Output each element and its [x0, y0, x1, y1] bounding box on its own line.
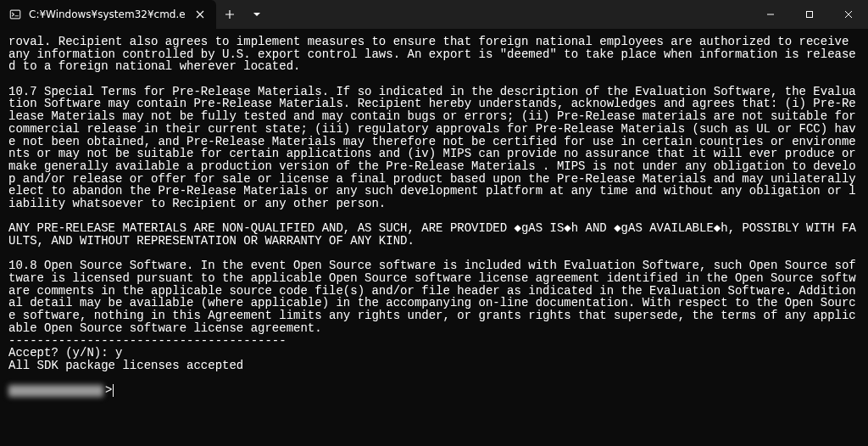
title-bar: C:¥Windows¥system32¥cmd.e [0, 0, 868, 29]
maximize-button[interactable] [790, 0, 829, 29]
close-button[interactable] [829, 0, 868, 29]
tab-strip: C:¥Windows¥system32¥cmd.e [0, 0, 270, 29]
tab-active[interactable]: C:¥Windows¥system32¥cmd.e [0, 0, 216, 29]
tab-title: C:¥Windows¥system32¥cmd.e [29, 8, 186, 20]
minimize-button[interactable] [751, 0, 790, 29]
svg-rect-0 [10, 10, 19, 19]
prompt-caret: > [105, 384, 112, 397]
title-bar-drag-area[interactable] [270, 0, 751, 29]
window-controls [751, 0, 868, 29]
text-cursor [113, 384, 114, 397]
new-tab-button[interactable] [216, 0, 243, 29]
terminal-text: roval. Recipient also agrees to implemen… [8, 35, 863, 372]
terminal-icon [8, 8, 22, 21]
redacted-path [8, 385, 103, 397]
tab-dropdown-button[interactable] [243, 0, 270, 29]
prompt-line: > [8, 384, 860, 397]
tab-close-button[interactable] [192, 7, 208, 22]
svg-rect-1 [807, 12, 813, 18]
terminal-viewport[interactable]: roval. Recipient also agrees to implemen… [0, 29, 868, 446]
